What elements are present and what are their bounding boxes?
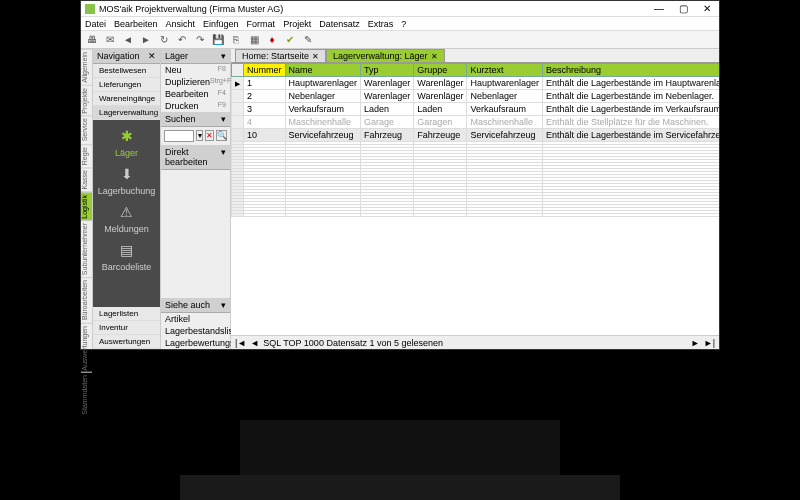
col-header[interactable]: Name [285,64,361,77]
vtab-logistik[interactable]: Logistik [81,192,92,221]
menu-datensatz[interactable]: Datensatz [319,19,360,29]
vtab-stammdaten[interactable]: Stammdaten [81,372,92,417]
search-header[interactable]: Suchen▾ [161,112,230,127]
delete-icon[interactable]: ♦ [265,33,279,47]
col-header[interactable]: Kurztext [467,64,543,77]
search-input[interactable] [164,130,194,142]
titlebar: MOS'aik Projektverwaltung (Firma Muster … [81,1,719,17]
nav-bottom-item[interactable]: Inventur [93,321,160,335]
copy-icon[interactable]: ⎘ [229,33,243,47]
nav-item[interactable]: Bestellwesen [93,64,160,78]
dark-barcodeliste[interactable]: ▤Barcodeliste [102,240,152,272]
navigation-panel: Navigation✕ BestellwesenLieferungenWaren… [93,49,161,349]
check-icon[interactable]: ✔ [283,33,297,47]
toolbar: 🖶 ✉ ◄ ► ↻ ↶ ↷ 💾 ⎘ ▦ ♦ ✔ ✎ [81,31,719,49]
table-row[interactable]: 2NebenlagerWarenlagerWarenlägerNebenlage… [232,90,720,103]
vtab-subunternehmer[interactable]: Subunternehmer [81,220,92,277]
minimize-button[interactable]: — [651,2,667,16]
close-button[interactable]: ✕ [699,2,715,16]
edit-icon[interactable]: ✎ [301,33,315,47]
edit-header[interactable]: Direkt bearbeiten▾ [161,145,230,170]
action-duplizieren[interactable]: DuplizierenStrg+F8 [161,76,230,88]
läger-icon: ✱ [117,126,137,146]
status-bar: |◄ ◄ SQL TOP 1000 Datensatz 1 von 5 gele… [231,335,719,349]
vtab-kasse[interactable]: Kasse [81,167,92,191]
dark-läger[interactable]: ✱Läger [115,126,138,158]
menubar: DateiBearbeitenAnsichtEinfügenFormatProj… [81,17,719,31]
table-row[interactable] [232,214,720,217]
menu-?[interactable]: ? [401,19,406,29]
clear-icon[interactable]: ✕ [205,130,214,141]
app-icon [85,4,95,14]
vtab-auswertungen[interactable]: Auswertungen [81,323,92,373]
link-item[interactable]: Artikel [161,313,230,325]
menu-ansicht[interactable]: Ansicht [166,19,196,29]
forward-icon[interactable]: ► [139,33,153,47]
maximize-button[interactable]: ▢ [675,2,691,16]
close-icon[interactable]: ✕ [431,52,438,61]
lagerbuchung-icon: ⬇ [117,164,137,184]
vertical-tabs: AllgemeinProjekteServiceRegieKasseLogist… [81,49,93,349]
link-item[interactable]: Lagerbestandsliste [161,325,230,337]
next-icon[interactable]: ► [691,338,700,348]
vtab-service[interactable]: Service [81,115,92,143]
find-icon[interactable]: 🔍 [216,130,227,141]
first-icon[interactable]: |◄ [235,338,246,348]
nav-item[interactable]: Lieferungen [93,78,160,92]
col-header[interactable]: Nummer [244,64,286,77]
undo-icon[interactable]: ↶ [175,33,189,47]
refresh-icon[interactable]: ↻ [157,33,171,47]
table-row[interactable]: 4MaschinenhalleGarageGaragenMaschinenhal… [232,116,720,129]
vtab-regie[interactable]: Regie [81,144,92,167]
table-row[interactable]: 10ServicefahrzeugFahrzeugFahrzeugeServic… [232,129,720,142]
tab-lager[interactable]: Lagerverwaltung: Läger✕ [326,49,445,62]
col-header[interactable]: Beschreibung [542,64,719,77]
last-icon[interactable]: ►| [704,338,715,348]
table-row[interactable]: 3VerkaufsraumLadenLadenVerkaufsraumEnthä… [232,103,720,116]
print-icon[interactable]: 🖶 [85,33,99,47]
document-tabs: Home: Startseite✕ Lagerverwaltung: Läger… [231,49,719,63]
status-text: SQL TOP 1000 Datensatz 1 von 5 gelesenen [263,338,443,348]
col-header[interactable]: Gruppe [414,64,467,77]
grid-icon[interactable]: ▦ [247,33,261,47]
seealso-header[interactable]: Siehe auch▾ [161,298,230,313]
vtab-projekte[interactable]: Projekte [81,85,92,116]
data-grid[interactable]: NummerNameTypGruppeKurztextBeschreibungÜ… [231,63,719,335]
menu-format[interactable]: Format [247,19,276,29]
mail-icon[interactable]: ✉ [103,33,117,47]
nav-close-icon[interactable]: ✕ [148,51,156,61]
menu-projekt[interactable]: Projekt [283,19,311,29]
menu-datei[interactable]: Datei [85,19,106,29]
prev-icon[interactable]: ◄ [250,338,259,348]
action-neu[interactable]: NeuF8 [161,64,230,76]
redo-icon[interactable]: ↷ [193,33,207,47]
link-item[interactable]: Lagerbewertungsliste [161,337,230,349]
back-icon[interactable]: ◄ [121,33,135,47]
meldungen-icon: ⚠ [116,202,136,222]
close-icon[interactable]: ✕ [312,52,319,61]
filter-icon[interactable]: ▾ [196,130,203,141]
barcodeliste-icon: ▤ [117,240,137,260]
table-row[interactable]: 1HauptwarenlagerWarenlagerWarenlägerHaup… [232,77,720,90]
menu-einfügen[interactable]: Einfügen [203,19,239,29]
vtab-büroarbeiten[interactable]: Büroarbeiten [81,277,92,322]
col-header[interactable]: Typ [361,64,414,77]
nav-bottom-item[interactable]: Auswertungen [93,335,160,349]
save-icon[interactable]: 💾 [211,33,225,47]
menu-bearbeiten[interactable]: Bearbeiten [114,19,158,29]
dark-lagerbuchung[interactable]: ⬇Lagerbuchung [98,164,156,196]
nav-item[interactable]: Wareneingänge [93,92,160,106]
action-bearbeiten[interactable]: BearbeitenF4 [161,88,230,100]
nav-header: Navigation✕ [93,49,160,64]
window-title: MOS'aik Projektverwaltung (Firma Muster … [99,4,651,14]
dark-meldungen[interactable]: ⚠Meldungen [104,202,149,234]
actions-header[interactable]: Läger▾ [161,49,230,64]
actions-panel: Läger▾ NeuF8DuplizierenStrg+F8Bearbeiten… [161,49,231,349]
tab-home[interactable]: Home: Startseite✕ [235,49,326,62]
vtab-allgemein[interactable]: Allgemein [81,49,92,85]
action-drucken[interactable]: DruckenF9 [161,100,230,112]
nav-bottom-item[interactable]: Lagerlisten [93,307,160,321]
nav-item[interactable]: Lagerverwaltung [93,106,160,120]
menu-extras[interactable]: Extras [368,19,394,29]
